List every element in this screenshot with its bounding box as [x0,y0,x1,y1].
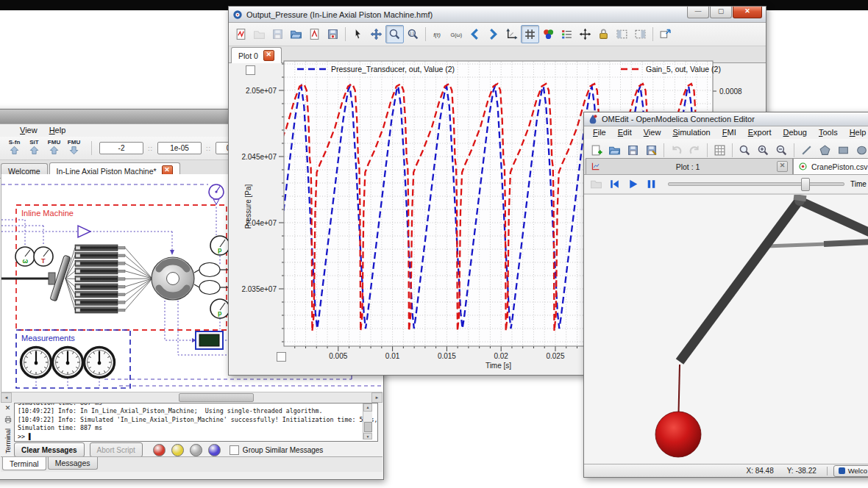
menu-help[interactable]: Help [43,125,72,136]
menu-debug[interactable]: Debug [778,127,813,138]
axes-scale-icon[interactable] [502,25,521,43]
pause-icon[interactable] [642,175,661,193]
torque-sensor-component[interactable]: T [34,247,53,266]
line-shape-icon[interactable] [797,141,816,159]
menu-help[interactable]: Help [844,127,868,138]
message-filter-3-button[interactable] [208,444,221,456]
menu-export[interactable]: Export [742,127,778,138]
rectangle-shape-icon[interactable] [834,141,853,159]
new-modelica-class-icon[interactable] [587,141,605,159]
step-forward-icon[interactable] [484,25,502,43]
export-sfn-up-button[interactable]: S-fn [4,139,24,158]
shaft-component[interactable] [1,273,55,284]
group-messages-checkbox[interactable] [230,445,239,455]
omedit-titlebar[interactable]: OMEdit - OpenModelica Connection Editor [584,112,868,126]
open-icon[interactable] [250,25,268,43]
clear-messages-button[interactable]: Clear Messages [14,442,85,457]
mdi-tab-plot1[interactable]: Plot : 1✕ [586,158,793,174]
simulation-param-field-1[interactable]: 1e-05 [157,142,202,154]
simulation-param-field-0[interactable]: -2 [99,142,143,154]
canvas-h-scrollbar[interactable]: ◄ ► [1,392,383,402]
scroll-up-icon[interactable]: ▲ [363,403,372,412]
console-scrollbar[interactable]: ▲ ▼ [363,403,372,439]
x-axis-lock-checkbox[interactable] [246,65,255,75]
plot-titlebar[interactable]: Output_Pressure (In-Line Axial Piston Ma… [229,7,766,23]
scope-component[interactable] [196,331,223,349]
animation-viewport[interactable] [584,194,868,464]
piston-bank-component[interactable] [65,245,152,313]
tab-messages[interactable]: Messages [48,457,98,470]
scroll-right-icon[interactable]: ► [371,392,383,403]
zoom-out-icon[interactable] [772,141,791,159]
close-button[interactable]: ✕ [733,7,762,18]
terminal-close-icon[interactable]: ✕ [5,404,11,412]
printer-icon[interactable] [4,414,13,423]
pressure-sensor-1-component[interactable]: p [210,236,230,255]
clip-left-icon[interactable] [613,25,631,43]
save-as-icon[interactable] [642,141,661,159]
zoom-original-icon[interactable]: 1:1 [404,25,422,43]
player-open-icon[interactable] [587,175,605,193]
undo-icon[interactable] [667,141,686,159]
grid-icon[interactable] [521,25,539,43]
grid-snap-icon[interactable] [711,141,729,159]
open-external-icon[interactable] [656,25,675,43]
angle-sensor-component[interactable] [209,184,224,204]
menu-view[interactable]: View [638,127,667,138]
meter-gauge-component[interactable] [85,348,115,378]
maximize-button[interactable]: ▢ [710,7,732,18]
lock-axes-icon[interactable] [594,25,613,43]
gain-component[interactable] [78,226,90,237]
step-back-icon[interactable] [466,25,484,43]
meter-gauges[interactable] [21,348,115,378]
time-slider-handle[interactable] [801,178,810,191]
terminal-console[interactable]: Simulation time: 887 ms[10:49:22] Info: … [14,403,378,442]
menu-simulation[interactable]: Simulation [666,127,716,138]
function-ft-icon[interactable]: f(t) [429,25,447,43]
meter-gauge-component[interactable] [21,348,51,378]
welcome-view-button[interactable]: Welco [833,465,868,477]
meter-gauge-component[interactable] [53,348,83,378]
message-filter-2-button[interactable] [190,444,202,456]
legend-icon[interactable] [558,25,576,43]
mdi-tab-close-icon[interactable]: ✕ [777,161,788,172]
speed-sensor-component[interactable]: ω [15,247,35,266]
pan-arrows-icon[interactable] [367,25,385,43]
import-data-icon[interactable] [232,25,250,43]
mdi-tab-cranepistoncsv[interactable]: CranePiston.csv✕ [793,158,868,174]
y-axis-lock-checkbox[interactable] [277,352,286,362]
zoom-in-icon[interactable] [754,141,772,159]
message-filter-0-button[interactable] [153,444,166,456]
tab-terminal[interactable]: Terminal [2,457,46,470]
menu-fmi[interactable]: FMI [716,127,742,138]
redo-icon[interactable] [686,141,704,159]
valve-plate-component[interactable] [152,257,194,300]
console-scroll-handle[interactable] [364,422,372,432]
menu-tools[interactable]: Tools [813,127,844,138]
pressure-sensor-2-component[interactable]: p [210,299,230,318]
save-image-icon[interactable] [324,25,342,43]
export-fmu-up-button[interactable]: FMU [44,139,64,158]
crosshair-icon[interactable] [576,25,594,43]
clip-right-icon[interactable] [631,25,650,43]
zoom-icon[interactable] [385,25,404,43]
scroll-handle[interactable] [179,393,254,402]
open-model-icon[interactable] [605,141,624,159]
export-fmu-down-button[interactable]: FMU [64,139,84,158]
message-filter-1-button[interactable] [171,444,184,456]
scroll-left-icon[interactable]: ◄ [1,392,12,403]
function-gw-icon[interactable]: G(ω) [447,25,466,43]
color-palette-icon[interactable] [539,25,558,43]
minimize-button[interactable]: — [687,7,709,18]
open-folder-icon[interactable] [287,25,305,43]
save-icon[interactable] [268,25,287,43]
time-slider[interactable] [668,182,844,186]
volume-components[interactable] [194,263,231,295]
export-sit-up-button[interactable]: SiT [24,139,44,158]
menu-file[interactable]: File [587,127,612,138]
skip-start-icon[interactable] [605,175,624,193]
play-icon[interactable] [624,175,642,193]
abort-script-button[interactable]: Abort Script [90,442,143,457]
save-icon[interactable] [624,141,642,159]
polygon-shape-icon[interactable] [816,141,834,159]
